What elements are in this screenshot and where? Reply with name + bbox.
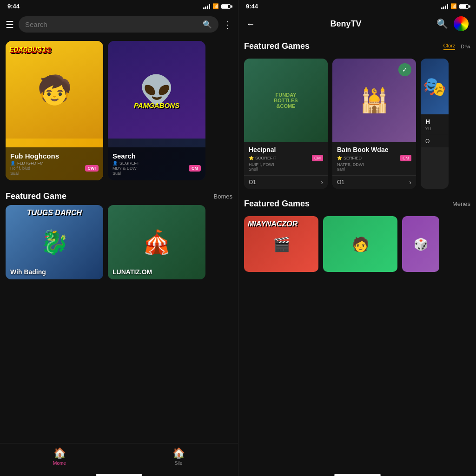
right-card-badge-1: CM — [312, 155, 323, 161]
card-user-2: 👤 SEGREFT — [112, 161, 139, 165]
card-overlay-1: Fub Hoghcons 👤 FLD IGFD FM Holf f, blud … — [6, 147, 103, 180]
checkmark-badge: ✓ — [398, 63, 411, 76]
card-meta-2: 👤 SEGREFT MDY & BDW Sual CM — [112, 161, 201, 176]
top-nav-right: ← BenyTV 🔍 — [238, 13, 476, 35]
price-tag-2: Θ1 — [337, 179, 344, 185]
top-nav-left: ☰ 🔍 ⋮ — [0, 13, 238, 36]
signal-icon-right — [441, 4, 448, 9]
battery-icon — [221, 4, 231, 9]
card-badge-2: CM — [189, 165, 201, 172]
featured-card-2[interactable]: 🎪 LUNATIZ.OM — [108, 205, 205, 279]
featured-card-label-1: Wih Bading — [10, 268, 46, 276]
card-user-1: 👤 FLD IGFD FM — [10, 161, 44, 165]
home-icon: 🏠 — [53, 447, 66, 459]
page-title: BenyTV — [261, 19, 431, 29]
game-card-1[interactable]: EDADBUS3 🧒 EDADBUS3 Fub Hoghcons 👤 FLD I… — [6, 41, 103, 180]
card-sub-1: Sual — [10, 171, 44, 176]
nav-search-icon[interactable]: 🔍 — [436, 18, 448, 29]
signal-icon — [203, 4, 210, 9]
bottom-card-icon-3: 🎲 — [402, 216, 439, 272]
status-bar-right: 9:44 📶 — [238, 0, 476, 13]
bottom-card-1[interactable]: 🎬 MIAYNACZOR — [244, 216, 318, 272]
status-time-left: 9:44 — [7, 3, 20, 10]
card-character-1: EDADBUS3 🧒 — [6, 41, 103, 139]
card-character-2: 👽 — [108, 41, 205, 139]
featured-title-text-1: TUUGS DARCH — [27, 209, 82, 217]
card-title-2: Search — [112, 152, 201, 160]
right-bottom-cards-row: 🎬 MIAYNACZOR 🧑 🎲 — [238, 212, 476, 276]
card-badge-1: CWI — [85, 165, 99, 172]
battery-icon-right — [459, 4, 469, 9]
featured-section-title: Featured Game — [6, 192, 66, 201]
right-card-image-1: FUNDAYBOTTLES&COME — [244, 59, 328, 142]
status-bar-left: 9:44 📶 — [0, 0, 238, 13]
card-stats-2: MDY & BDW — [112, 166, 139, 171]
left-scroll-content: EDADBUS3 🧒 EDADBUS3 Fub Hoghcons 👤 FLD I… — [0, 36, 238, 443]
right-game-card-3[interactable]: 🎭 H YU Θ — [421, 59, 449, 189]
card-image-2: 👽 PAMGABONS — [108, 41, 205, 139]
search-input[interactable] — [25, 20, 199, 28]
bottom-card-3[interactable]: 🎲 — [402, 216, 439, 272]
status-icons-left: 📶 — [203, 3, 231, 9]
filter-tab-dr[interactable]: Dr¼ — [461, 44, 470, 49]
right-featured-cards-row: FUNDAYBOTTLES&COME Hecipnal ⭐ SCOREFIT C… — [238, 55, 476, 192]
store-icon: 🏠 — [172, 447, 185, 459]
card-overlay-2: Search 👤 SEGREFT MDY & BDW Sual CM — [108, 147, 205, 180]
card-stats-1: Holf f, blud — [10, 166, 44, 171]
right-card-body-3: H YU — [421, 114, 449, 135]
right-card-user-text-2: SERFIED — [344, 156, 362, 160]
wifi-icon-right: 📶 — [450, 3, 457, 9]
home-indicator-left — [96, 474, 142, 476]
avatar[interactable] — [454, 16, 469, 31]
right-game-card-1[interactable]: FUNDAYBOTTLES&COME Hecipnal ⭐ SCOREFIT C… — [244, 59, 328, 189]
back-button[interactable]: ← — [246, 19, 255, 29]
status-time-right: 9:44 — [246, 3, 258, 10]
right-featured-title-1: Featured Games — [244, 41, 310, 51]
right-card-meta-1: ⭐ SCOREFIT CM — [249, 155, 323, 161]
main-cards-row: EDADBUS3 🧒 EDADBUS3 Fub Hoghcons 👤 FLD I… — [0, 36, 238, 185]
card-user-text-2: SEGREFT — [119, 161, 139, 165]
right-card-sub-2: 9anl — [337, 167, 411, 172]
card-user-text-1: FLD IGFD FM — [17, 161, 44, 165]
nav-label-home: Mome — [53, 461, 66, 466]
search-bar[interactable]: 🔍 — [19, 16, 218, 33]
search-icon: 🔍 — [203, 20, 212, 29]
bottom-card-2[interactable]: 🧑 — [323, 216, 397, 272]
card-title-1: Fub Hoghcons — [10, 152, 99, 160]
bottom-card-icon-2: 🧑 — [323, 216, 397, 272]
featured-card-label-2: LUNATIZ.OM — [112, 268, 152, 276]
filter-tab-clorz[interactable]: Clorz — [443, 43, 456, 50]
left-panel: 9:44 📶 ☰ 🔍 ⋮ — [0, 0, 238, 476]
bottom-nav-left: 🏠 Mome 🏠 Sile — [0, 443, 238, 471]
right-card-body-2: Bain Book Wdae ⭐ SERFIED CM NATFE, DDWI … — [332, 142, 416, 175]
right-card-stats-2: NATFE, DDWI — [337, 162, 411, 167]
filter-tabs: Clorz Dr¼ — [443, 43, 470, 50]
featured-card-1[interactable]: 🐉 TUUGS DARCH Wih Bading — [6, 205, 103, 279]
featured-section-more[interactable]: Bomes — [214, 193, 232, 200]
price-arrow-1: › — [321, 178, 323, 186]
bottom-card-game-title-1: MIAYNACZOR — [248, 220, 298, 228]
right-featured-header-2: Featured Games Menes — [238, 192, 476, 212]
right-scroll-content: Featured Games Clorz Dr¼ FUNDAYBOTTLES&C… — [238, 35, 476, 471]
card-image-1: EDADBUS3 🧒 EDADBUS3 — [6, 41, 103, 139]
home-indicator-right — [334, 474, 381, 476]
right-panel: 9:44 📶 ← BenyTV 🔍 Featured Games Clorz — [238, 0, 476, 476]
price-tag-3: Θ — [425, 138, 430, 145]
right-featured-more-2[interactable]: Menes — [452, 200, 470, 207]
more-icon[interactable]: ⋮ — [223, 19, 232, 30]
featured-row: 🐉 TUUGS DARCH Wih Bading 🎪 LUNATIZ.OM — [0, 205, 238, 285]
hamburger-icon[interactable]: ☰ — [6, 19, 14, 30]
right-card-title-1: Hecipnal — [249, 146, 323, 153]
right-card-price-3: Θ — [421, 135, 449, 147]
game-card-2[interactable]: 👽 PAMGABONS Search 👤 SEGREFT MDY & BDW S… — [108, 41, 205, 180]
right-featured-title-2: Featured Games — [244, 199, 310, 209]
featured-game-name-1: TUUGS DARCH — [9, 209, 99, 217]
featured-section-header: Featured Game Bomes — [0, 185, 238, 205]
nav-item-home[interactable]: 🏠 Mome — [0, 447, 119, 466]
card-game-name-1: EDADBUS3 — [9, 46, 45, 53]
right-game-card-2[interactable]: 🕌 ✓ Bain Book Wdae ⭐ SERFIED CM NATFE, D… — [332, 59, 416, 189]
nav-item-store[interactable]: 🏠 Sile — [119, 447, 238, 466]
right-card-price-2: Θ1 › — [332, 175, 416, 189]
right-card-title-3: H — [425, 118, 444, 126]
wifi-icon: 📶 — [212, 3, 219, 9]
